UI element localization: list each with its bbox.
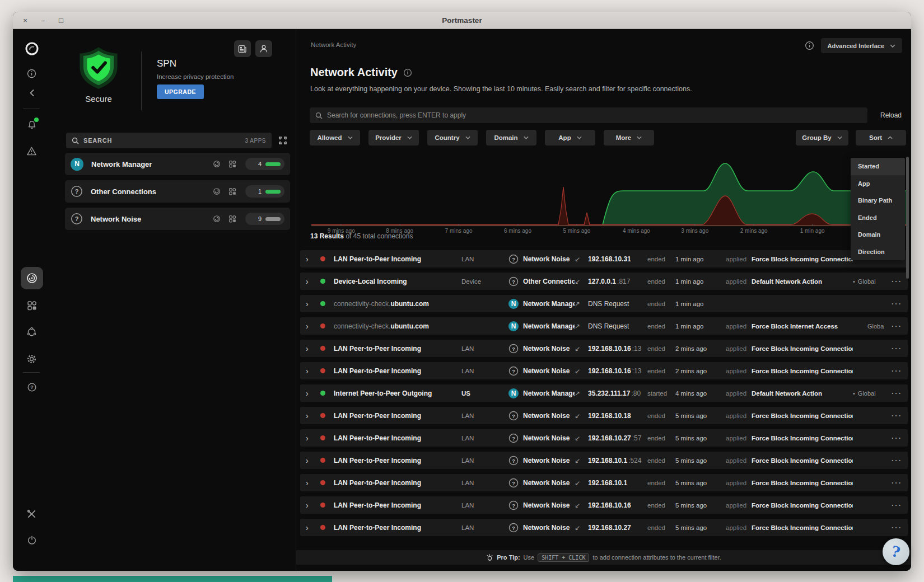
interface-selector[interactable]: Advanced Interface: [821, 38, 902, 53]
row-menu-button[interactable]: ···: [884, 322, 902, 330]
app-list-item[interactable]: NNetwork Manager4: [65, 153, 290, 175]
apps-mini-icon[interactable]: [228, 160, 236, 168]
connection-row[interactable]: ›LAN Peer-to-Peer IncomingLAN?Network No…: [300, 407, 908, 424]
app-search[interactable]: SEARCH 3 APPS: [66, 133, 272, 148]
shutdown-icon[interactable]: [21, 529, 43, 551]
filter-button-allowed[interactable]: Allowed: [310, 130, 360, 146]
row-menu-button[interactable]: ···: [884, 478, 902, 487]
connection-row[interactable]: ›LAN Peer-to-Peer IncomingLAN?Network No…: [300, 362, 908, 379]
sort-menu-item-started[interactable]: Started: [851, 158, 905, 175]
sort-menu-item-ended[interactable]: Ended: [851, 209, 905, 227]
collapse-back-icon[interactable]: [21, 82, 43, 104]
info-icon[interactable]: [21, 62, 43, 85]
row-menu-button[interactable]: ···: [884, 456, 902, 464]
unknown-app-icon: ?: [508, 254, 519, 264]
dev-tools-icon[interactable]: [21, 503, 43, 525]
network-activity-mini-icon[interactable]: [213, 187, 221, 195]
account-button[interactable]: [255, 40, 272, 57]
row-menu-button[interactable]: ···: [884, 501, 902, 509]
sort-menu-item-app[interactable]: App: [851, 175, 905, 193]
network-activity-icon[interactable]: [21, 267, 43, 289]
spn-icon[interactable]: [21, 321, 43, 343]
app-list-item[interactable]: ?Other Connections1: [65, 180, 290, 203]
news-button[interactable]: [234, 40, 251, 57]
expand-chevron-icon[interactable]: ›: [306, 344, 320, 353]
connection-search-input[interactable]: [327, 111, 862, 119]
network-activity-mini-icon[interactable]: [213, 215, 221, 223]
row-menu-button[interactable]: ···: [884, 389, 902, 397]
connection-scope: US: [461, 390, 508, 397]
expand-chevron-icon[interactable]: ›: [306, 478, 320, 487]
sort-button[interactable]: Sort: [856, 130, 906, 146]
connection-state: ended: [647, 480, 675, 486]
sort-menu-item-direction[interactable]: Direction: [851, 243, 905, 261]
connection-scope: LAN: [461, 345, 508, 352]
page-info-icon[interactable]: [403, 68, 412, 77]
filter-button-more[interactable]: More: [604, 130, 654, 146]
filter-button-app[interactable]: App: [545, 130, 595, 146]
reload-button[interactable]: Reload: [880, 111, 902, 119]
connection-row[interactable]: ›LAN Peer-to-Peer IncomingLAN?Network No…: [300, 452, 908, 469]
expand-chevron-icon[interactable]: ›: [306, 501, 320, 510]
expand-chevron-icon[interactable]: ›: [306, 322, 320, 331]
upgrade-button[interactable]: UPGRADE: [157, 85, 204, 99]
connection-entity: 192.168.10.27: [588, 524, 647, 532]
connection-name: LAN Peer-to-Peer Incoming: [334, 434, 461, 442]
expand-chevron-icon[interactable]: ›: [306, 255, 320, 264]
connection-row[interactable]: ›LAN Peer-to-Peer IncomingLAN?Network No…: [300, 496, 908, 514]
apps-mini-icon[interactable]: [228, 215, 236, 223]
group-by-button[interactable]: Group By: [796, 130, 848, 146]
interface-info-icon[interactable]: [805, 41, 814, 50]
apps-icon[interactable]: [21, 294, 43, 317]
close-button[interactable]: ×: [21, 16, 30, 25]
expand-chevron-icon[interactable]: ›: [306, 523, 320, 532]
network-activity-mini-icon[interactable]: [213, 160, 221, 168]
filter-button-country[interactable]: Country: [427, 130, 478, 146]
connection-entity: 192.168.10.18: [588, 412, 647, 420]
row-menu-button[interactable]: ···: [884, 277, 902, 285]
row-menu-button[interactable]: ···: [884, 411, 902, 420]
expand-chevron-icon[interactable]: ›: [306, 411, 320, 420]
connection-entity: 192.168.10.16:13: [588, 367, 647, 375]
sort-menu-item-binary-path[interactable]: Binary Path: [851, 192, 905, 209]
minimize-button[interactable]: –: [39, 16, 48, 25]
row-menu-button[interactable]: ···: [884, 299, 902, 308]
connection-row[interactable]: ›connectivity-check.ubuntu.comNNetwork M…: [300, 317, 908, 335]
support-bubble-button[interactable]: ?: [883, 538, 909, 565]
warning-icon[interactable]: [21, 140, 43, 162]
connection-scope: LAN: [461, 256, 508, 262]
row-menu-button[interactable]: ···: [884, 344, 902, 353]
connection-row[interactable]: ›LAN Peer-to-Peer IncomingLAN?Network No…: [300, 429, 908, 447]
connection-row[interactable]: ›Internet Peer-to-Peer OutgoingUSNNetwor…: [300, 384, 908, 402]
group-by-label: Group By: [802, 134, 831, 141]
expand-chevron-icon[interactable]: ›: [306, 277, 320, 286]
app-list-item[interactable]: ?Network Noise9: [65, 208, 290, 230]
unknown-app-icon: ?: [508, 478, 519, 488]
expand-chevron-icon[interactable]: ›: [306, 299, 320, 308]
filter-button-domain[interactable]: Domain: [486, 130, 536, 146]
row-menu-button[interactable]: ···: [884, 434, 902, 442]
settings-icon[interactable]: [21, 348, 43, 370]
spn-subtitle: Increase privacy protection: [157, 73, 234, 80]
connection-row[interactable]: ›LAN Peer-to-Peer IncomingLAN?Network No…: [300, 250, 908, 267]
connection-row[interactable]: ›LAN Peer-to-Peer IncomingLAN?Network No…: [300, 340, 908, 357]
expand-chevron-icon[interactable]: ›: [306, 389, 320, 398]
scrollbar[interactable]: [906, 157, 909, 279]
expand-chevron-icon[interactable]: ›: [306, 367, 320, 376]
connection-row[interactable]: ›Device-Local IncomingDevice?Other Conne…: [300, 273, 908, 290]
notifications-icon[interactable]: [21, 114, 43, 136]
expand-chevron-icon[interactable]: ›: [306, 456, 320, 465]
connection-row[interactable]: ›LAN Peer-to-Peer IncomingLAN?Network No…: [300, 474, 908, 491]
connection-row[interactable]: ›LAN Peer-to-Peer IncomingLAN?Network No…: [300, 519, 908, 536]
filter-button-provider[interactable]: Provider: [368, 130, 419, 146]
sort-menu-item-domain[interactable]: Domain: [851, 226, 905, 243]
row-menu-button[interactable]: ···: [884, 367, 902, 375]
expand-chevron-icon[interactable]: ›: [306, 434, 320, 443]
help-icon[interactable]: ?: [21, 376, 43, 398]
connection-row[interactable]: ›connectivity-check.ubuntu.comNNetwork M…: [300, 295, 908, 312]
apps-mini-icon[interactable]: [228, 187, 236, 195]
row-menu-button[interactable]: ···: [884, 523, 902, 532]
maximize-button[interactable]: □: [57, 16, 66, 25]
expand-button[interactable]: [275, 133, 291, 148]
applied-action: Force Block Internet Access: [752, 323, 867, 330]
